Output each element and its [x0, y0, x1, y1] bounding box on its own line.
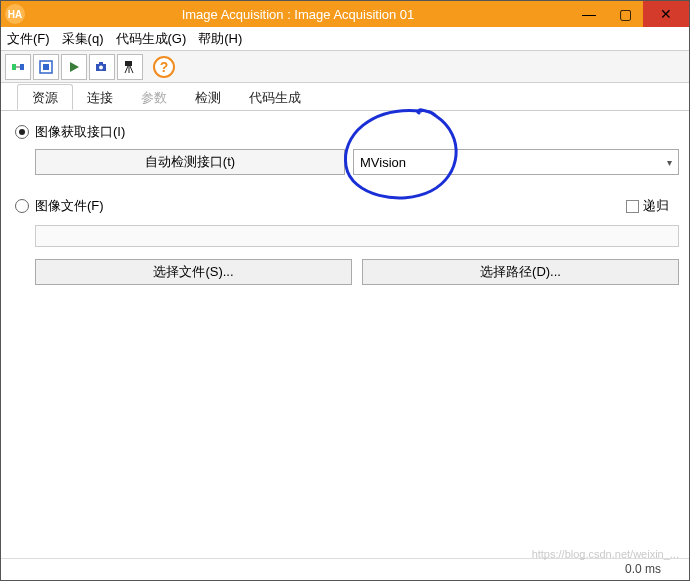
svg-rect-4 [43, 64, 49, 70]
camera-icon[interactable] [89, 54, 115, 80]
maximize-button[interactable]: ▢ [607, 1, 643, 27]
tabstrip: 资源 连接 参数 检测 代码生成 [1, 83, 689, 111]
minimize-button[interactable]: — [571, 1, 607, 27]
toolbar: ? [1, 51, 689, 83]
statusbar: 0.0 ms [1, 558, 689, 578]
svg-rect-0 [12, 64, 16, 70]
close-button[interactable]: ✕ [643, 1, 689, 27]
radio-interface-label: 图像获取接口(I) [35, 123, 125, 141]
tab-codegen[interactable]: 代码生成 [235, 84, 315, 110]
live-icon[interactable] [61, 54, 87, 80]
window-title: Image Acquisition : Image Acquisition 01 [25, 7, 571, 22]
status-time: 0.0 ms [625, 562, 661, 576]
select-path-button[interactable]: 选择路径(D)... [362, 259, 679, 285]
svg-rect-9 [125, 61, 132, 66]
autodetect-button[interactable]: 自动检测接口(t) [35, 149, 345, 175]
recurse-checkbox[interactable] [626, 200, 639, 213]
tab-params: 参数 [127, 84, 181, 110]
radio-interface-row[interactable]: 图像获取接口(I) [15, 123, 679, 141]
radio-file-row[interactable]: 图像文件(F) 递归 [15, 197, 679, 215]
svg-marker-5 [70, 62, 79, 72]
svg-line-12 [130, 66, 133, 73]
content-area: 图像获取接口(I) 自动检测接口(t) MVision ▾ 图像文件(F) 递归… [1, 111, 689, 285]
svg-point-7 [99, 65, 103, 69]
menu-file[interactable]: 文件(F) [7, 30, 50, 48]
help-icon[interactable]: ? [153, 56, 175, 78]
select-file-button[interactable]: 选择文件(S)... [35, 259, 352, 285]
radio-interface[interactable] [15, 125, 29, 139]
radio-file-label: 图像文件(F) [35, 197, 104, 215]
menu-help[interactable]: 帮助(H) [198, 30, 242, 48]
tab-detect[interactable]: 检测 [181, 84, 235, 110]
menu-acquire[interactable]: 采集(q) [62, 30, 104, 48]
connect-icon[interactable] [5, 54, 31, 80]
recurse-label: 递归 [643, 197, 669, 215]
svg-rect-1 [20, 64, 24, 70]
menubar: 文件(F) 采集(q) 代码生成(G) 帮助(H) [1, 27, 689, 51]
svg-rect-8 [99, 62, 103, 64]
tab-connection[interactable]: 连接 [73, 84, 127, 110]
titlebar: HA Image Acquisition : Image Acquisition… [1, 1, 689, 27]
chevron-down-icon: ▾ [667, 157, 672, 168]
path-input[interactable] [35, 225, 679, 247]
app-icon: HA [5, 4, 25, 24]
radio-file[interactable] [15, 199, 29, 213]
menu-codegen[interactable]: 代码生成(G) [116, 30, 187, 48]
watermark: https://blog.csdn.net/weixin_... [532, 548, 679, 560]
tripod-camera-icon[interactable] [117, 54, 143, 80]
window-buttons: — ▢ ✕ [571, 1, 689, 27]
interface-combo[interactable]: MVision ▾ [353, 149, 679, 175]
interface-combo-value: MVision [360, 155, 406, 170]
svg-line-10 [125, 66, 128, 73]
tab-resource[interactable]: 资源 [17, 84, 73, 110]
snap-icon[interactable] [33, 54, 59, 80]
recurse-option[interactable]: 递归 [626, 197, 669, 215]
